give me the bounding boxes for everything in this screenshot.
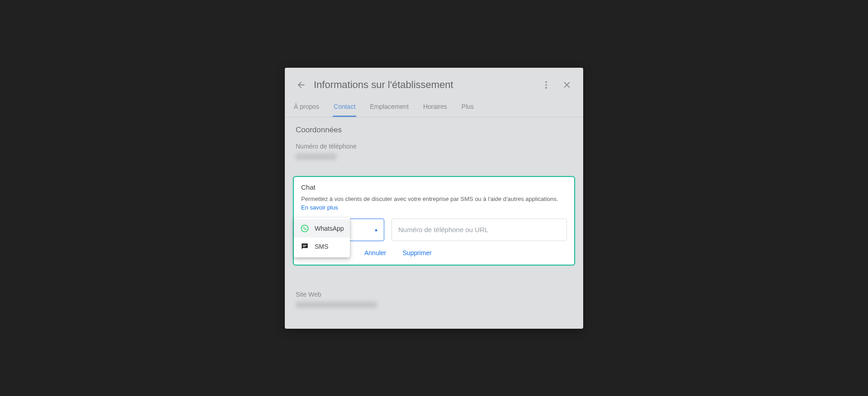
svg-point-3 — [302, 225, 308, 232]
chat-learn-more-link[interactable]: En savoir plus — [301, 204, 338, 211]
website-section: Site Web — [296, 291, 572, 308]
chat-title: Chat — [301, 183, 567, 191]
website-label: Site Web — [296, 291, 572, 298]
chat-provider-dropdown[interactable]: ▲ WhatsApp SMS — [301, 219, 384, 241]
arrow-back-icon — [296, 80, 306, 90]
business-info-panel: Informations sur l'établissement À propo… — [285, 68, 583, 329]
menu-item-label: SMS — [315, 243, 328, 250]
chat-value-input[interactable] — [392, 219, 567, 241]
phone-value-redacted — [296, 154, 336, 160]
menu-item-whatsapp[interactable]: WhatsApp — [294, 219, 350, 238]
caret-up-icon: ▲ — [374, 227, 378, 232]
svg-point-0 — [545, 81, 547, 83]
tab-hours[interactable]: Horaires — [422, 98, 448, 117]
tab-contact[interactable]: Contact — [333, 98, 356, 117]
panel-title: Informations sur l'établissement — [314, 79, 538, 91]
more-vert-icon — [541, 80, 551, 90]
close-icon — [562, 80, 572, 90]
panel-header: Informations sur l'établissement — [285, 68, 583, 98]
sms-icon — [300, 242, 309, 251]
svg-rect-4 — [303, 245, 307, 245]
tab-bar: À propos Contact Emplacement Horaires Pl… — [285, 98, 583, 117]
section-title: Coordonnées — [296, 126, 572, 135]
delete-button[interactable]: Supprimer — [402, 249, 432, 256]
chat-card: Chat Permettez à vos clients de discuter… — [293, 176, 575, 266]
phone-label: Numéro de téléphone — [296, 143, 572, 150]
website-value-redacted — [296, 302, 377, 308]
more-button[interactable] — [538, 77, 554, 93]
tab-about[interactable]: À propos — [293, 98, 320, 117]
back-button[interactable] — [293, 77, 309, 93]
provider-menu: WhatsApp SMS — [294, 218, 350, 257]
tab-location[interactable]: Emplacement — [369, 98, 410, 117]
close-button[interactable] — [559, 77, 575, 93]
tab-more[interactable]: Plus — [461, 98, 475, 117]
svg-point-2 — [545, 87, 547, 89]
svg-rect-5 — [303, 246, 306, 247]
menu-item-label: WhatsApp — [315, 225, 344, 232]
cancel-button[interactable]: Annuler — [364, 249, 386, 256]
svg-point-1 — [545, 84, 547, 86]
menu-item-sms[interactable]: SMS — [294, 238, 350, 256]
chat-description: Permettez à vos clients de discuter avec… — [301, 196, 558, 202]
whatsapp-icon — [300, 224, 309, 233]
chat-input-row: ▲ WhatsApp SMS — [301, 219, 567, 241]
header-actions — [538, 77, 575, 93]
